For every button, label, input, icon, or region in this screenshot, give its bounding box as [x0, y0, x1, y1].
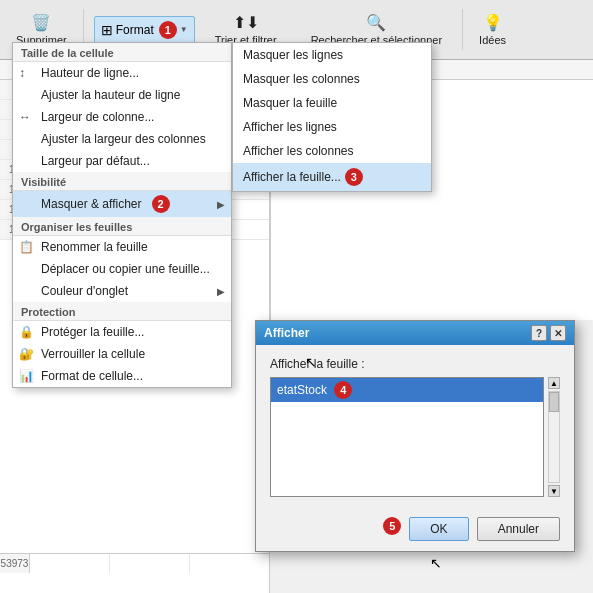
- ideas-section: 💡 Idées: [462, 9, 514, 50]
- listbox-item-etatstock[interactable]: etatStock 4: [271, 378, 543, 402]
- format-icon: ⊞: [101, 22, 113, 38]
- scroll-up[interactable]: ▲: [548, 377, 560, 389]
- menu-renommer-feuille[interactable]: 📋 Renommer la feuille: [13, 236, 231, 258]
- menu-largeur-colonne[interactable]: ↔ Largeur de colonne...: [13, 106, 231, 128]
- masquer-submenu-arrow: ▶: [217, 199, 225, 210]
- trier-icon: ⬆⬇: [233, 13, 259, 32]
- menu-ajuster-hauteur[interactable]: Ajuster la hauteur de ligne: [13, 84, 231, 106]
- dialog-listbox[interactable]: etatStock 4: [270, 377, 544, 497]
- dialog-content: Afficher la feuille : etatStock 4 ▲ ▼: [256, 345, 574, 509]
- proteger-icon: 🔒: [19, 325, 34, 339]
- submenu-afficher-colonnes[interactable]: Afficher les colonnes: [233, 139, 431, 163]
- dialog-close-button[interactable]: ✕: [550, 325, 566, 341]
- verrouiller-icon: 🔐: [19, 347, 34, 361]
- menu-verrouiller-cellule[interactable]: 🔐 Verrouiller la cellule: [13, 343, 231, 365]
- section-organiser-header: Organiser les feuilles: [13, 217, 231, 236]
- menu-couleur-onglet[interactable]: Couleur d'onglet ▶: [13, 280, 231, 302]
- menu-proteger-feuille[interactable]: 🔒 Protéger la feuille...: [13, 321, 231, 343]
- renommer-icon: 📋: [19, 240, 34, 254]
- step3-badge: 3: [345, 168, 363, 186]
- rechercher-icon: 🔍: [366, 13, 386, 32]
- hauteur-icon: ↕: [19, 66, 25, 80]
- format-dropdown-arrow: ▼: [180, 25, 188, 34]
- couleur-submenu-arrow: ▶: [217, 286, 225, 297]
- scrollbar: ▲ ▼: [548, 377, 560, 497]
- ideas-label: Idées: [479, 34, 506, 46]
- scroll-down[interactable]: ▼: [548, 485, 560, 497]
- bottom-row: 53973: [0, 553, 269, 573]
- menu-deplacer-copier[interactable]: Déplacer ou copier une feuille...: [13, 258, 231, 280]
- format-dropdown-menu: Taille de la cellule ↕ Hauteur de ligne.…: [12, 42, 232, 388]
- format-label: Format: [116, 23, 154, 37]
- dialog-footer: 5 OK Annuler: [256, 509, 574, 551]
- step1-badge: 1: [159, 21, 177, 39]
- format-button[interactable]: ⊞ Format 1 ▼: [94, 16, 195, 44]
- format-cellule-icon: 📊: [19, 369, 34, 383]
- dialog-ok-button[interactable]: OK: [409, 517, 468, 541]
- step4-badge: 4: [334, 381, 352, 399]
- submenu-afficher-lignes[interactable]: Afficher les lignes: [233, 115, 431, 139]
- ideas-button[interactable]: 💡 Idées: [471, 9, 514, 50]
- dialog-sheet-label: Afficher la feuille :: [270, 357, 560, 371]
- section-visibilite-header: Visibilité: [13, 172, 231, 191]
- afficher-dialog: Afficher ? ✕ Afficher la feuille : etatS…: [255, 320, 575, 552]
- dialog-cancel-button[interactable]: Annuler: [477, 517, 560, 541]
- step2-badge: 2: [152, 195, 170, 213]
- largeur-icon: ↔: [19, 110, 31, 124]
- section-taille-header: Taille de la cellule: [13, 43, 231, 62]
- ideas-icon: 💡: [483, 13, 503, 32]
- submenu-afficher-feuille[interactable]: Afficher la feuille... 3: [233, 163, 431, 191]
- menu-ajuster-largeur[interactable]: Ajuster la largeur des colonnes: [13, 128, 231, 150]
- dialog-listbox-container: etatStock 4 ▲ ▼: [270, 377, 560, 497]
- scroll-track: [548, 391, 560, 483]
- supprimer-icon: 🗑️: [31, 13, 51, 32]
- dialog-titlebar: Afficher ? ✕: [256, 321, 574, 345]
- dialog-title: Afficher: [264, 326, 309, 340]
- menu-masquer-afficher[interactable]: Masquer & afficher 2 ▶: [13, 191, 231, 217]
- scroll-thumb[interactable]: [549, 392, 559, 412]
- masquer-afficher-submenu: Masquer les lignes Masquer les colonnes …: [232, 42, 432, 192]
- submenu-masquer-lignes[interactable]: Masquer les lignes: [233, 43, 431, 67]
- dialog-help-button[interactable]: ?: [531, 325, 547, 341]
- section-protection-header: Protection: [13, 302, 231, 321]
- menu-format-cellule[interactable]: 📊 Format de cellule...: [13, 365, 231, 387]
- menu-hauteur-ligne[interactable]: ↕ Hauteur de ligne...: [13, 62, 231, 84]
- dialog-title-controls: ? ✕: [531, 325, 566, 341]
- menu-largeur-defaut[interactable]: Largeur par défaut...: [13, 150, 231, 172]
- submenu-masquer-feuille[interactable]: Masquer la feuille: [233, 91, 431, 115]
- step5-badge: 5: [383, 517, 401, 535]
- submenu-masquer-colonnes[interactable]: Masquer les colonnes: [233, 67, 431, 91]
